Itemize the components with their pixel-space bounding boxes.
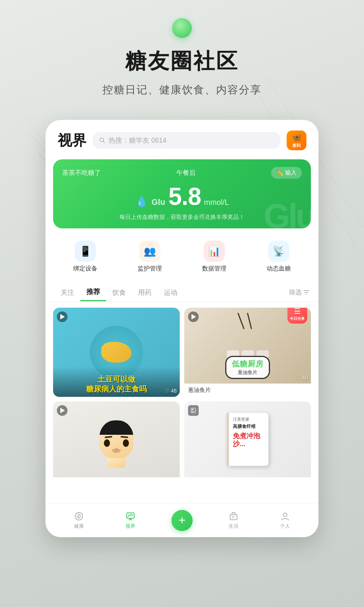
book-main-text: 免煮冲泡沙...: [233, 432, 265, 448]
quick-actions: 📱 绑定设备 👥 监护管理 📊 数据管理 📡 动态血糖: [46, 234, 318, 280]
tab-follow[interactable]: 关注: [55, 284, 80, 301]
svg-point-25: [283, 513, 287, 517]
content-card-fish[interactable]: ☰ 今日任务 �: [184, 308, 311, 397]
nav-health[interactable]: 健康: [53, 511, 105, 530]
fish-title: 葱油鱼片: [188, 387, 307, 394]
sign-in-button[interactable]: 🦋 签到: [287, 131, 306, 150]
content-card-avatar[interactable]: [53, 401, 180, 483]
nav-health-label: 健康: [74, 523, 84, 530]
content-card-book[interactable]: 汪美世家 高膳食纤维 免煮冲泡沙...: [184, 401, 311, 483]
filter-label: 筛选: [289, 288, 302, 297]
qa-label-data: 数据管理: [202, 265, 226, 273]
hero-title: 糖友圈社区: [0, 47, 364, 76]
nav-life-label: 生活: [229, 523, 238, 530]
potato-likes: ♡ 48: [165, 388, 177, 394]
nav-profile-label: 个人: [280, 523, 290, 530]
qa-item-monitor[interactable]: 👥 监护管理: [138, 241, 162, 273]
monitor-icon: 👥: [139, 241, 160, 262]
pencil-icon: ✏️: [276, 170, 284, 176]
book-card-info: [184, 477, 311, 483]
phone-card: 视界 热搜：糖学友 0614 🦋 签到 茶茶不吃糖了 午餐后 ✏️ 输入 💧 G…: [46, 120, 318, 537]
search-icon: [99, 137, 105, 143]
tab-medicine[interactable]: 用药: [132, 284, 158, 301]
cgm-icon: 📡: [268, 241, 289, 262]
life-icon: [229, 511, 238, 521]
tab-exercise[interactable]: 运动: [158, 284, 184, 301]
fish-sub-text: 葱油鱼片: [232, 369, 264, 376]
qa-label-bind: 绑定设备: [73, 265, 97, 273]
bs-time: 午餐后: [176, 168, 196, 177]
svg-rect-22: [230, 514, 237, 520]
nav-life[interactable]: 生活: [208, 511, 259, 530]
sign-in-icon: 🦋: [292, 133, 301, 142]
chopsticks-icon: [232, 311, 263, 330]
svg-line-12: [248, 313, 251, 329]
play-button-1: [57, 311, 67, 322]
glu-label: Glu: [151, 197, 165, 207]
tab-diet[interactable]: 饮食: [106, 284, 132, 301]
svg-rect-14: [192, 409, 193, 410]
person-icon: [280, 511, 290, 521]
data-icon: 📊: [204, 241, 225, 262]
potato-text: 土豆可以做糖尿病人的主食吗: [57, 374, 176, 394]
svg-line-11: [238, 313, 244, 329]
sign-in-label: 签到: [292, 143, 301, 148]
image-type-indicator: [188, 405, 199, 416]
tab-recommend[interactable]: 推荐: [80, 283, 106, 301]
content-grid: 土豆可以做糖尿病人的主食吗 ♡ 48 土豆可以做糖尿病人的... ☰ 今日任务: [46, 302, 318, 489]
book-subtitle: 高膳食纤维: [233, 424, 265, 430]
task-icon: ☰: [294, 308, 301, 316]
filter-icon: [303, 289, 309, 296]
hero-section: 糖友圈社区 控糖日记、健康饮食、内容分享: [0, 0, 364, 97]
qa-item-bind-device[interactable]: 📱 绑定设备: [73, 241, 97, 273]
qa-label-monitor: 监护管理: [138, 265, 162, 273]
qa-item-data[interactable]: 📊 数据管理: [202, 241, 226, 273]
glucose-icon: 💧: [135, 195, 148, 208]
book-brand: 汪美世家: [233, 417, 265, 422]
bottom-nav: 健康 视界 + 生活: [46, 503, 318, 537]
header-bar: 视界 热搜：糖学友 0614 🦋 签到: [46, 120, 318, 156]
bs-user: 茶茶不吃糖了: [62, 168, 101, 177]
today-task-badge: ☰ 今日任务: [287, 308, 307, 324]
fish-overlay-text: 低糖厨房: [232, 359, 264, 369]
play-button-3: [57, 405, 67, 416]
blood-sugar-value: 5.8: [168, 182, 201, 211]
qa-label-cgm: 动态血糖: [267, 265, 291, 273]
nav-vision-label: 视界: [126, 523, 135, 530]
tab-bar: 关注 推荐 饮食 用药 运动 筛选: [46, 280, 318, 302]
app-logo: 视界: [58, 131, 86, 150]
fish-card-info: 葱油鱼片: [184, 384, 311, 397]
avatar-card-info: [53, 477, 180, 483]
nav-add[interactable]: +: [156, 510, 208, 531]
bs-watermark: Glu: [264, 197, 311, 228]
potato-item: [101, 342, 132, 363]
add-button[interactable]: +: [171, 510, 193, 531]
potato-overlay: 土豆可以做糖尿病人的主食吗: [53, 366, 180, 397]
search-bar[interactable]: 热搜：糖学友 0614: [93, 132, 281, 149]
health-icon: [74, 511, 84, 521]
fish-likes: ♡ 40: [296, 374, 308, 381]
qa-item-cgm[interactable]: 📡 动态血糖: [267, 241, 291, 273]
nav-profile[interactable]: 个人: [259, 511, 311, 530]
task-label: 今日任务: [290, 316, 305, 321]
bind-device-icon: 📱: [75, 241, 96, 262]
blood-sugar-unit: mmol/L: [204, 198, 229, 207]
blood-sugar-card: 茶茶不吃糖了 午餐后 ✏️ 输入 💧 Glu 5.8 mmol/L 每日上传血糖…: [53, 159, 311, 228]
search-placeholder: 热搜：糖学友 0614: [108, 136, 166, 145]
hero-dot: [172, 18, 192, 38]
nav-vision[interactable]: 视界: [105, 511, 156, 530]
play-button-2: [188, 311, 199, 322]
hero-subtitle: 控糖日记、健康饮食、内容分享: [0, 83, 364, 97]
bs-input-button[interactable]: ✏️ 输入: [271, 167, 302, 179]
content-card-potato[interactable]: 土豆可以做糖尿病人的主食吗 ♡ 48 土豆可以做糖尿病人的...: [53, 308, 180, 397]
monitor-icon: [126, 511, 135, 521]
tab-filter[interactable]: 筛选: [289, 288, 309, 297]
input-label: 输入: [285, 169, 297, 176]
svg-line-7: [104, 142, 105, 143]
